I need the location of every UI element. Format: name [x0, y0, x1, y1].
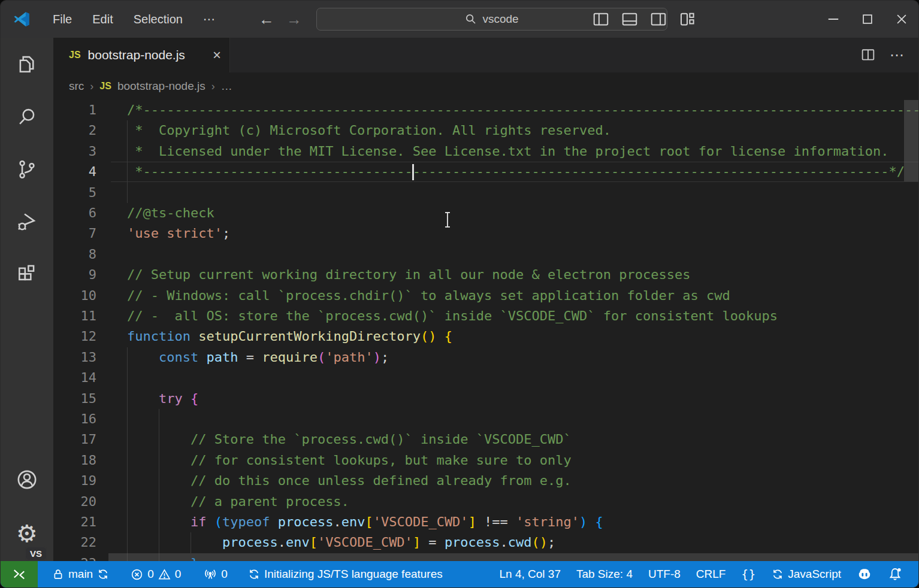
- menu-file[interactable]: File: [43, 9, 82, 30]
- problems-status-item[interactable]: 0 0: [125, 561, 187, 587]
- code-line[interactable]: 11// - all OS: store the `process.cwd()`…: [53, 306, 918, 327]
- run-and-debug-icon[interactable]: [1, 196, 53, 248]
- breadcrumb-item-file[interactable]: bootstrap-node.js: [117, 80, 205, 93]
- code-text: // do this once unless defined already f…: [127, 471, 572, 491]
- code-line[interactable]: 21 if (typeof process.env['VSCODE_CWD'] …: [53, 512, 918, 533]
- code-line[interactable]: 10// - Windows: call `process.chdir()` t…: [53, 286, 918, 307]
- text-cursor: [412, 164, 414, 180]
- source-control-icon[interactable]: [1, 143, 53, 196]
- remote-indicator[interactable]: [1, 561, 38, 587]
- code-text: // a parent process.: [127, 492, 349, 512]
- error-icon: [131, 568, 143, 581]
- vscode-window: File Edit Selection ⋯ ← → vscode: [0, 0, 919, 588]
- gear-glyph: ⚙: [16, 522, 38, 545]
- code-line[interactable]: 8: [53, 244, 918, 265]
- code-line[interactable]: 19 // do this once unless defined alread…: [53, 471, 918, 492]
- line-number: 12: [53, 326, 96, 347]
- explorer-icon[interactable]: [1, 38, 53, 90]
- code-line[interactable]: 1/*-------------------------------------…: [53, 100, 918, 121]
- language-status-item[interactable]: Initializing JS/TS language features: [242, 561, 449, 587]
- status-message: Initializing JS/TS language features: [264, 568, 443, 581]
- search-icon: [465, 13, 477, 25]
- line-number: 9: [53, 265, 96, 285]
- branch-status-item[interactable]: main: [46, 561, 115, 587]
- horizontal-scrollbar[interactable]: [108, 553, 918, 561]
- settings-gear-icon[interactable]: ⚙ VS: [1, 506, 53, 561]
- line-number: 4: [53, 162, 96, 182]
- code-line[interactable]: 22 process.env['VSCODE_CWD'] = process.c…: [53, 532, 918, 553]
- sync-spin-icon: [248, 568, 260, 580]
- cursor-position-item[interactable]: Ln 4, Col 37: [491, 561, 568, 587]
- account-icon[interactable]: [1, 453, 53, 506]
- branch-name: main: [68, 568, 93, 581]
- encoding-item[interactable]: UTF-8: [640, 561, 688, 587]
- code-line[interactable]: 16: [53, 409, 918, 430]
- code-line[interactable]: 9// Setup current working directory in a…: [53, 265, 918, 286]
- activity-bar: ⚙ VS: [1, 38, 53, 561]
- breadcrumb-item-symbol[interactable]: …: [221, 80, 232, 93]
- language-mode-item[interactable]: JavaScript: [764, 561, 849, 587]
- code-text: // Setup current working directory in al…: [127, 265, 690, 285]
- chevron-right-icon: ›: [90, 80, 93, 93]
- toggle-panel-button[interactable]: [620, 10, 639, 29]
- code-line[interactable]: 5: [53, 183, 918, 204]
- code-line[interactable]: 14: [53, 368, 918, 389]
- code-editor[interactable]: 1/*-------------------------------------…: [53, 100, 918, 561]
- code-text: const path = require('path');: [127, 347, 389, 368]
- copilot-status-icon[interactable]: [849, 561, 880, 587]
- code-line[interactable]: 7'use strict';: [53, 223, 918, 244]
- menu-selection[interactable]: Selection: [123, 9, 193, 30]
- code-line[interactable]: 12function setupCurrentWorkingDirectory(…: [53, 326, 918, 347]
- js-file-icon: JS: [99, 81, 111, 92]
- code-line[interactable]: 4 *-------------------------------------…: [53, 162, 918, 183]
- indentation-item[interactable]: Tab Size: 4: [569, 561, 640, 587]
- bell-dot-icon: [888, 567, 902, 581]
- code-line[interactable]: 13 const path = require('path');: [53, 347, 918, 368]
- split-editor-icon[interactable]: [860, 47, 876, 63]
- nav-forward-arrow[interactable]: →: [281, 1, 307, 38]
- search-sidebar-icon[interactable]: [1, 90, 53, 143]
- eol-item[interactable]: CRLF: [688, 561, 734, 587]
- editor-group: JS bootstrap-node.js × ⋯ src › JS bootst…: [53, 38, 918, 561]
- window-close-button[interactable]: [884, 1, 918, 38]
- line-number: 21: [53, 512, 96, 532]
- sync-icon: [772, 568, 784, 580]
- code-line[interactable]: 3 * Licensed under the MIT License. See …: [53, 141, 918, 162]
- vscode-logo: [13, 10, 31, 28]
- vertical-scrollbar[interactable]: [904, 100, 918, 181]
- window-maximize-button[interactable]: [850, 1, 884, 38]
- line-number: 10: [53, 286, 96, 306]
- line-number: 18: [53, 450, 96, 471]
- tab-close-icon[interactable]: ×: [213, 47, 221, 63]
- nav-back-arrow[interactable]: ←: [253, 1, 280, 38]
- line-number: 16: [53, 409, 96, 429]
- code-line[interactable]: 6//@ts-check: [53, 203, 918, 224]
- code-line[interactable]: 18 // for consistent lookups, but make s…: [53, 450, 918, 471]
- menu-more[interactable]: ⋯: [193, 8, 225, 30]
- menu-edit[interactable]: Edit: [82, 9, 123, 30]
- code-line[interactable]: 17 // Store the `process.cwd()` inside `…: [53, 429, 918, 450]
- extensions-icon[interactable]: [1, 248, 53, 301]
- window-minimize-button[interactable]: [816, 1, 850, 38]
- toggle-secondary-sidebar-button[interactable]: [649, 10, 668, 29]
- indent-guide: [127, 120, 128, 203]
- code-line[interactable]: 20 // a parent process.: [53, 492, 918, 513]
- customize-layout-button[interactable]: [678, 10, 697, 29]
- code-text: function setupCurrentWorkingDirectory() …: [127, 326, 452, 347]
- code-line[interactable]: 15 try {: [53, 389, 918, 410]
- code-line[interactable]: 2 * Copyright (c) Microsoft Corporation.…: [53, 120, 918, 141]
- indent-guide: [159, 409, 159, 561]
- line-number: 7: [53, 223, 96, 244]
- ports-status-item[interactable]: 0: [198, 561, 234, 587]
- notifications-bell-icon[interactable]: [880, 561, 910, 587]
- title-bar: File Edit Selection ⋯ ← → vscode: [1, 1, 918, 38]
- line-number: 20: [53, 492, 96, 512]
- braces-status-icon[interactable]: {}: [733, 561, 764, 587]
- broadcast-icon: [204, 568, 217, 581]
- toggle-primary-sidebar-button[interactable]: [591, 10, 610, 29]
- chevron-right-icon: ›: [211, 80, 215, 93]
- line-number: 11: [53, 306, 96, 326]
- tab-bootstrap-node[interactable]: JS bootstrap-node.js ×: [53, 38, 230, 72]
- editor-more-actions-icon[interactable]: ⋯: [890, 47, 904, 63]
- breadcrumb-item-src[interactable]: src: [69, 80, 84, 93]
